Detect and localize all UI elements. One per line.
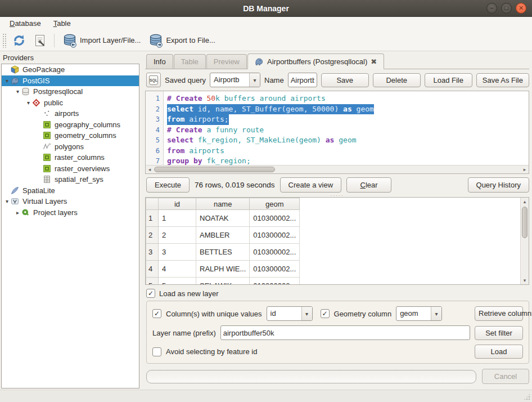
create-view-button[interactable]: Create a view — [280, 177, 341, 193]
avoid-feature-id-checkbox[interactable] — [152, 347, 161, 356]
vscroll-thumb[interactable] — [522, 207, 528, 238]
retrieve-columns-button[interactable]: Retrieve columns — [475, 306, 523, 321]
collapse-arrow-icon[interactable]: ▾ — [3, 198, 11, 205]
toolbar-drag-handle[interactable] — [2, 33, 6, 48]
table-cell[interactable]: 3 — [159, 244, 196, 261]
table-cell[interactable]: AMBLER — [196, 227, 250, 244]
load-as-new-layer-row[interactable]: ✓ Load as new layer — [146, 289, 529, 298]
cancel-button[interactable]: Cancel — [482, 369, 529, 384]
load-as-new-layer-checkbox[interactable]: ✓ — [146, 289, 155, 298]
sql-code-line[interactable]: from airports — [167, 146, 529, 157]
execute-button[interactable]: Execute — [146, 177, 190, 193]
tree-item-spatial-ref-sys[interactable]: spatial_ref_sys — [2, 174, 139, 185]
table-cell[interactable]: RALPH WIE... — [196, 261, 250, 278]
clear-button[interactable]: Clear — [346, 177, 391, 193]
results-vertical-scrollbar[interactable]: ▴ ▾ — [520, 198, 529, 284]
delete-button[interactable]: Delete — [373, 73, 421, 87]
saved-query-sql-button[interactable]: SQL — [146, 73, 161, 87]
export-file-button[interactable]: Export to File... — [146, 32, 218, 50]
sql-code-area[interactable]: # Create 50k buffers around airportssele… — [164, 91, 529, 165]
save-button[interactable]: Save — [321, 73, 369, 87]
table-cell[interactable]: 010300002... — [250, 278, 300, 285]
tree-item-spatialite[interactable]: SpatiaLite — [2, 185, 139, 196]
sql-editor[interactable]: 1234567 # Create 50k buffers around airp… — [145, 91, 529, 174]
sql-code-line[interactable]: from airports; — [167, 114, 529, 125]
sql-code-line[interactable]: # Create 50k buffers around airports — [167, 93, 529, 104]
tab-info[interactable]: Info — [146, 54, 173, 69]
tree-item-project-layers[interactable]: ▸Project layers — [2, 207, 139, 218]
menu-table[interactable]: Table — [48, 18, 76, 29]
scroll-left-icon[interactable]: ◂ — [146, 166, 154, 173]
tab-close-icon[interactable]: ✖ — [371, 58, 377, 65]
tree-item-geopackage[interactable]: GeoPackage — [2, 64, 139, 75]
sql-window-button[interactable] — [31, 32, 49, 49]
save-as-file-button[interactable]: Save As File — [476, 73, 529, 87]
results-table[interactable]: id name geom 11NOATAK010300002...22AMBLE… — [146, 198, 300, 284]
titlebar[interactable]: DB Manager − □ ✕ — [0, 0, 532, 17]
scroll-down-icon[interactable]: ▾ — [521, 276, 529, 284]
geometry-column-combobox[interactable]: geom ▾ — [396, 306, 442, 321]
saved-query-combobox[interactable]: Airportb ▾ — [210, 73, 260, 87]
row-header-cell[interactable]: 1 — [146, 210, 159, 227]
tree-item-public[interactable]: ▾public — [2, 97, 139, 109]
maximize-button[interactable]: □ — [501, 3, 512, 14]
layer-name-input[interactable] — [220, 325, 470, 340]
minimize-button[interactable]: − — [486, 3, 497, 14]
geometry-column-checkbox[interactable]: ✓ — [321, 309, 330, 318]
collapse-arrow-icon[interactable]: ▾ — [14, 88, 21, 95]
tree-item-geometry-columns[interactable]: geometry_columns — [2, 130, 139, 141]
row-header-cell[interactable]: 2 — [146, 227, 159, 244]
table-row[interactable]: 11NOATAK010300002... — [146, 210, 300, 227]
sql-code-line[interactable]: # Create a funny route — [167, 125, 529, 136]
sql-code-line[interactable]: select fk_region, ST_MakeLine(geom) as g… — [167, 135, 529, 146]
scroll-right-icon[interactable]: ▸ — [521, 166, 529, 173]
sql-code-line[interactable]: group by fk_region; — [167, 156, 529, 165]
table-cell[interactable]: NOATAK — [196, 210, 250, 227]
tree-item-postgresqllocal[interactable]: ▾Postgresqllocal — [2, 86, 139, 97]
table-cell[interactable]: 010300002... — [250, 244, 300, 261]
close-button[interactable]: ✕ — [516, 3, 526, 14]
collapse-arrow-icon[interactable]: ▾ — [3, 77, 11, 84]
panel-splitter[interactable] — [139, 53, 145, 388]
tree-item-virtual-layers[interactable]: ▾Virtual Layers — [2, 196, 139, 207]
resize-grip[interactable] — [524, 394, 530, 400]
table-row[interactable]: 33BETTLES010300002... — [146, 244, 300, 261]
tree-item-raster-columns[interactable]: raster_columns — [2, 152, 139, 163]
column-header-geom[interactable]: geom — [250, 198, 300, 210]
tree-item-raster-overviews[interactable]: raster_overviews — [2, 163, 139, 175]
table-row[interactable]: 22AMBLER010300002... — [146, 227, 300, 244]
table-cell[interactable]: BETTLES — [196, 244, 250, 261]
table-cell[interactable]: 4 — [159, 261, 196, 278]
tree-item-postgis[interactable]: ▾PostGIS — [2, 75, 139, 87]
row-header-cell[interactable]: 3 — [146, 244, 159, 261]
tree-item-geography-columns[interactable]: geography_columns — [2, 119, 139, 131]
query-name-input[interactable] — [288, 73, 317, 87]
load-file-button[interactable]: Load File — [425, 73, 472, 87]
editor-horizontal-scrollbar[interactable]: ◂ ▸ — [146, 165, 529, 173]
column-header-name[interactable]: name — [196, 198, 250, 210]
providers-tree[interactable]: GeoPackage▾PostGIS▾Postgresqllocal▾publi… — [1, 64, 139, 388]
load-button[interactable]: Load — [475, 345, 523, 359]
row-header-cell[interactable]: 5 — [146, 278, 159, 285]
table-cell[interactable]: 010300002... — [250, 227, 300, 244]
scroll-up-icon[interactable]: ▴ — [521, 198, 529, 206]
table-cell[interactable]: 010300002... — [250, 210, 300, 227]
column-header-id[interactable]: id — [159, 198, 196, 210]
refresh-button[interactable] — [10, 32, 29, 49]
table-cell[interactable]: SELAWIK — [196, 278, 250, 285]
table-cell[interactable]: 5 — [159, 278, 196, 285]
import-layer-button[interactable]: Import Layer/File... — [60, 32, 143, 50]
set-filter-button[interactable]: Set filter — [475, 326, 523, 340]
unique-values-checkbox[interactable]: ✓ — [152, 309, 161, 318]
sql-code-line[interactable]: select id, name, ST_Buffer(geom, 50000) … — [167, 104, 529, 115]
table-row[interactable]: 44RALPH WIE...010300002... — [146, 261, 300, 278]
table-cell[interactable]: 2 — [159, 227, 196, 244]
hscroll-thumb[interactable] — [154, 167, 275, 172]
tree-item-polygons[interactable]: polygons — [2, 141, 139, 153]
unique-values-combobox[interactable]: id ▾ — [267, 306, 313, 321]
table-cell[interactable]: 1 — [159, 210, 196, 227]
row-header-cell[interactable]: 4 — [146, 261, 159, 278]
menu-database[interactable]: Database — [4, 18, 46, 29]
collapse-arrow-icon[interactable]: ▾ — [25, 99, 32, 106]
table-cell[interactable]: 010300002... — [250, 261, 300, 278]
